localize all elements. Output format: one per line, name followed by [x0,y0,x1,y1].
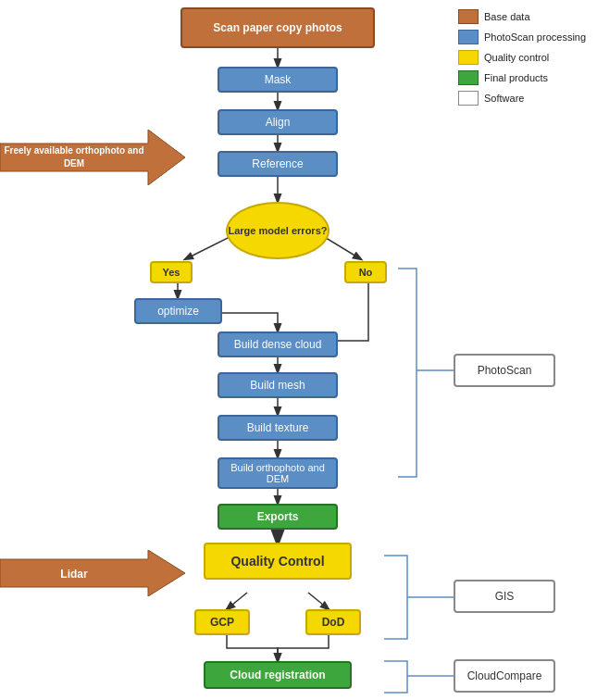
legend-item-final: Final products [458,70,588,85]
yes-node: Yes [150,261,193,283]
reference-node: Reference [218,151,338,177]
svg-marker-17 [0,130,185,185]
scan-node: Scan paper copy photos [180,7,375,48]
dod-node: DoD [305,609,361,635]
legend-item-photoscan: PhotoScan processing [458,30,588,44]
legend-color-quality [458,50,479,65]
cloud-registration-node: Cloud registration [204,661,352,689]
cloudcompare-node: CloudCompare [454,659,555,693]
svg-text:Lidar: Lidar [60,568,88,581]
svg-line-13 [308,593,329,609]
svg-line-12 [227,593,247,609]
build-ortho-node: Build orthophoto and DEM [218,457,338,489]
photoscan-node: PhotoScan [454,354,555,387]
legend-item-base-data: Base data [458,9,588,24]
exports-node: Exports [218,504,338,530]
quality-control-node: Quality Control [204,543,352,580]
optimize-node: optimize [134,298,222,324]
svg-text:Freely available orthophoto an: Freely available orthophoto and [4,145,143,156]
gis-node: GIS [454,580,555,613]
legend-color-software [458,91,479,106]
svg-text:DEM: DEM [64,158,84,169]
build-dense-cloud-node: Build dense cloud [218,331,338,357]
align-node: Align [218,109,338,135]
large-model-errors-node: Large model errors? [226,202,330,259]
build-texture-node: Build texture [218,415,338,441]
legend-item-software: Software [458,91,588,106]
mask-node: Mask [218,67,338,93]
gcp-node: GCP [194,609,250,635]
legend-color-final [458,70,479,85]
legend-color-photoscan [458,30,479,44]
legend-color-base-data [458,9,479,24]
build-mesh-node: Build mesh [218,372,338,398]
svg-marker-20 [0,550,185,596]
legend: Base data PhotoScan processing Quality c… [458,9,588,111]
legend-item-quality: Quality control [458,50,588,65]
no-node: No [344,261,387,283]
